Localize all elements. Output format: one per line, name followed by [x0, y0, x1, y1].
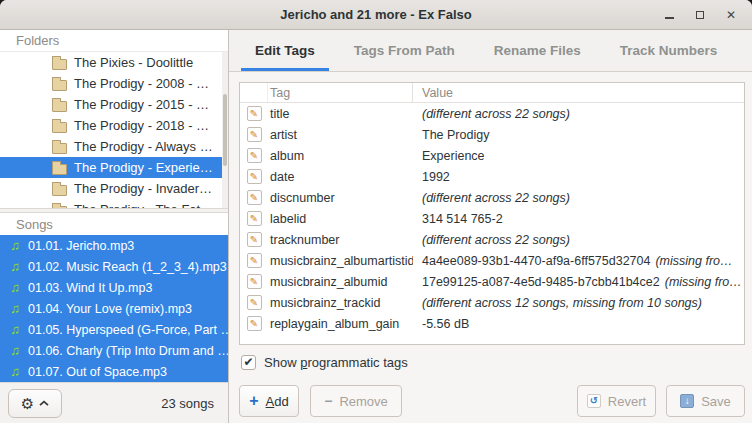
show-programmatic-tags-checkbox[interactable]: ✔ Show programmatic tags — [239, 353, 745, 371]
tab-rename-files[interactable]: Rename Files — [480, 30, 595, 71]
tab-bar: Edit Tags Tags From Path Rename Files Tr… — [229, 30, 752, 72]
song-label: 01.03. Wind It Up.mp3 — [28, 281, 152, 295]
preferences-menu-button[interactable]: ⚙ — [8, 389, 62, 418]
folder-icon — [52, 206, 67, 209]
folder-item-selected[interactable]: The Prodigy - Experie… — [0, 157, 228, 178]
table-row[interactable]: ✎discnumber(different across 22 songs) — [240, 187, 744, 208]
revert-icon: ↺ — [587, 394, 601, 408]
table-row[interactable]: ✎musicbrainz_albumartistid4a4ee089-93b1-… — [240, 250, 744, 271]
song-label: 01.05. Hyperspeed (G-Force, Part … — [28, 323, 228, 337]
checkbox-checked-icon: ✔ — [241, 355, 256, 370]
table-row[interactable]: ✎replaygain_album_gain-5.56 dB — [240, 313, 744, 334]
right-panel: Edit Tags Tags From Path Rename Files Tr… — [229, 30, 752, 423]
edit-pencil-icon: ✎ — [247, 211, 262, 226]
maximize-button[interactable] — [691, 6, 709, 24]
tag-note: (different across 22 songs) — [422, 107, 570, 121]
folder-icon — [52, 59, 67, 70]
music-note-icon: ♫ — [7, 322, 23, 337]
song-item[interactable]: ♫01.03. Wind It Up.mp3 — [0, 277, 228, 298]
tag-name: date — [268, 166, 413, 187]
remove-button[interactable]: − Remove — [310, 385, 402, 417]
remove-button-label: Remove — [339, 394, 387, 409]
maximize-icon — [696, 11, 704, 19]
folder-label: The Prodigy - The Fat… — [74, 202, 213, 208]
minus-icon: − — [324, 394, 332, 408]
tag-note: (missing fro… — [655, 254, 732, 268]
tag-name: replaygain_album_gain — [268, 313, 413, 334]
revert-button[interactable]: ↺ Revert — [577, 385, 656, 417]
table-row[interactable]: ✎title(different across 22 songs) — [240, 103, 744, 124]
tag-name: tracknumber — [268, 229, 413, 250]
folders-scrollbar[interactable] — [222, 52, 228, 208]
table-row[interactable]: ✎musicbrainz_albumid17e99125-a087-4e5d-9… — [240, 271, 744, 292]
minimize-icon — [665, 17, 674, 19]
header-tag-column[interactable]: Tag — [268, 83, 413, 102]
folder-icon — [52, 185, 67, 196]
song-item[interactable]: ♫01.04. Your Love (remix).mp3 — [0, 298, 228, 319]
song-label: 01.07. Out of Space.mp3 — [28, 365, 167, 379]
add-button[interactable]: + Add — [239, 385, 299, 417]
song-label: 01.01. Jericho.mp3 — [28, 239, 134, 253]
folder-list: The Pixies - Doolittle The Prodigy - 200… — [0, 52, 228, 208]
song-item[interactable]: ♫01.01. Jericho.mp3 — [0, 235, 228, 256]
table-row[interactable]: ✎albumExperience — [240, 145, 744, 166]
tag-value: 314 514 765-2 — [422, 212, 503, 226]
music-note-icon: ♫ — [7, 238, 23, 253]
action-button-row: + Add − Remove ↺ Revert ↓ Save — [239, 385, 745, 417]
edit-pencil-icon: ✎ — [247, 232, 262, 247]
folder-label: The Prodigy - Experie… — [74, 160, 213, 175]
folder-item[interactable]: The Prodigy - 2008 - … — [0, 73, 228, 94]
folder-label: The Prodigy - 2015 - … — [74, 97, 209, 112]
folder-label: The Prodigy - 2008 - … — [74, 76, 209, 91]
table-row[interactable]: ✎labelid314 514 765-2 — [240, 208, 744, 229]
tab-track-numbers[interactable]: Track Numbers — [606, 30, 732, 71]
table-row[interactable]: ✎artistThe Prodigy — [240, 124, 744, 145]
close-button[interactable]: ✕ — [722, 6, 740, 24]
edit-pencil-icon: ✎ — [247, 274, 262, 289]
tag-name: artist — [268, 124, 413, 145]
edit-pencil-icon: ✎ — [247, 190, 262, 205]
song-item[interactable]: ♫01.06. Charly (Trip Into Drum and … — [0, 340, 228, 361]
song-label: 01.06. Charly (Trip Into Drum and … — [28, 344, 228, 358]
table-row[interactable]: ✎date1992 — [240, 166, 744, 187]
window-title: Jericho and 21 more - Ex Falso — [0, 7, 752, 22]
tag-note: (different across 22 songs) — [422, 191, 570, 205]
folder-item[interactable]: The Prodigy - 2015 - … — [0, 94, 228, 115]
edit-pencil-icon: ✎ — [247, 127, 262, 142]
folder-item[interactable]: The Prodigy - 2018 - … — [0, 115, 228, 136]
music-note-icon: ♫ — [7, 343, 23, 358]
close-icon: ✕ — [726, 9, 736, 21]
tag-value: 4a4ee089-93b1-4470-af9a-6ff575d32704 — [422, 254, 650, 268]
song-label: 01.04. Your Love (remix).mp3 — [28, 302, 192, 316]
header-value-column[interactable]: Value — [413, 83, 744, 102]
folders-header: Folders — [0, 30, 228, 52]
tab-tags-from-path[interactable]: Tags From Path — [340, 30, 469, 71]
minimize-button[interactable] — [660, 6, 678, 24]
tag-name: musicbrainz_trackid — [268, 292, 413, 313]
left-panel: Folders The Pixies - Doolittle The Prodi… — [0, 30, 229, 423]
tag-name: labelid — [268, 208, 413, 229]
table-row[interactable]: ✎musicbrainz_trackid(different across 12… — [240, 292, 744, 313]
plus-icon: + — [249, 393, 258, 409]
song-list: ♫01.01. Jericho.mp3 ♫01.02. Music Reach … — [0, 235, 228, 382]
save-button[interactable]: ↓ Save — [666, 385, 745, 417]
folder-icon — [52, 101, 67, 112]
music-note-icon: ♫ — [7, 364, 23, 379]
folder-item[interactable]: The Prodigy - Always … — [0, 136, 228, 157]
folder-label: The Prodigy - 2018 - … — [74, 118, 209, 133]
song-item[interactable]: ♫01.07. Out of Space.mp3 — [0, 361, 228, 382]
revert-button-label: Revert — [608, 394, 646, 409]
folder-item[interactable]: The Prodigy - Invader… — [0, 178, 228, 199]
titlebar: Jericho and 21 more - Ex Falso ✕ — [0, 0, 752, 30]
song-item[interactable]: ♫01.02. Music Reach (1_2_3_4).mp3 — [0, 256, 228, 277]
folders-scrollbar-thumb[interactable] — [223, 94, 227, 166]
folder-item[interactable]: The Pixies - Doolittle — [0, 52, 228, 73]
tab-edit-tags[interactable]: Edit Tags — [241, 30, 329, 71]
song-item[interactable]: ♫01.05. Hyperspeed (G-Force, Part … — [0, 319, 228, 340]
folder-item[interactable]: The Prodigy - The Fat… — [0, 199, 228, 208]
edit-pencil-icon: ✎ — [247, 148, 262, 163]
songs-header: Songs — [0, 213, 228, 235]
folder-icon — [52, 80, 67, 91]
table-row[interactable]: ✎tracknumber(different across 22 songs) — [240, 229, 744, 250]
tag-value: 1992 — [422, 170, 450, 184]
